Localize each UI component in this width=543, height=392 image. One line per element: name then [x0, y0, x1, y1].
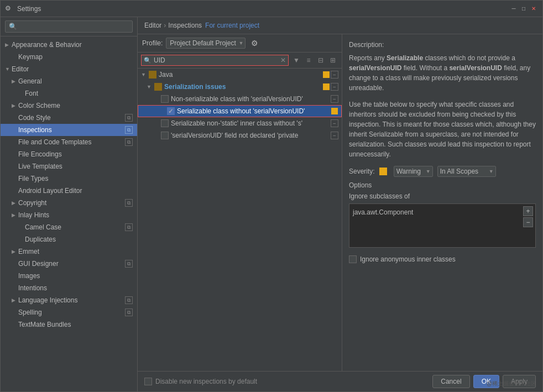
content-area: ▶ Appearance & Behavior Keymap ▼ Editor …: [1, 17, 542, 391]
sidebar-search-input[interactable]: [5, 20, 133, 33]
disable-label: Disable new inspections by default: [155, 378, 257, 385]
not-declared-checkbox[interactable]: [161, 132, 169, 139]
window-controls: ─ □ ✕: [509, 4, 538, 13]
badge-icon: ⧉: [125, 223, 133, 231]
toggle-view-button[interactable]: ⊞: [327, 55, 338, 66]
severity-select[interactable]: Warning Error Info: [394, 166, 433, 177]
sidebar-item-emmet[interactable]: ▶ Emmet: [1, 245, 137, 258]
severity-select-wrapper: Warning Error Info ▼: [394, 166, 433, 177]
insp-item-not-declared[interactable]: 'serialVersionUID' field not declared 'p…: [138, 129, 342, 142]
insp-item-non-serializable[interactable]: Non-serializable class with 'serialVersi…: [138, 93, 342, 105]
sidebar-item-keymap[interactable]: Keymap: [1, 51, 137, 63]
sidebar: ▶ Appearance & Behavior Keymap ▼ Editor …: [1, 17, 138, 391]
disable-checkbox[interactable]: [144, 378, 152, 385]
sidebar-item-file-code-templates[interactable]: File and Code Templates ⧉: [1, 136, 137, 148]
profile-label: Profile:: [142, 39, 163, 47]
sidebar-item-font[interactable]: Font: [1, 87, 137, 100]
main-body: Profile: Project Default Project Default…: [138, 34, 542, 371]
project-link[interactable]: For current project: [205, 22, 259, 29]
sidebar-item-camel-case[interactable]: Camel Case ⧉: [1, 221, 137, 233]
sidebar-item-inlay-hints[interactable]: ▶ Inlay Hints: [1, 209, 137, 221]
scope-select[interactable]: In All Scopes In Project Files: [437, 166, 496, 177]
bottom-bar: Disable new inspections by default Cance…: [138, 371, 542, 391]
sidebar-item-appearance[interactable]: ▶ Appearance & Behavior: [1, 39, 137, 51]
java-minus-button[interactable]: −: [331, 71, 338, 79]
disable-checkbox-area: Disable new inspections by default: [144, 378, 257, 385]
sidebar-item-android-layout[interactable]: Android Layout Editor: [1, 185, 137, 197]
insp-item-non-static[interactable]: Serializable non-'static' inner class wi…: [138, 117, 342, 129]
search-input-wrapper: 🔍 ✕: [141, 55, 289, 66]
class-list-item: java.awt.Component: [353, 207, 532, 217]
sidebar-item-general[interactable]: ▶ General: [1, 75, 137, 87]
serializable-without-checkbox[interactable]: ✓: [167, 107, 175, 115]
class-list-actions: + −: [523, 206, 533, 227]
sidebar-item-images[interactable]: Images: [1, 270, 137, 282]
description-panel: Description: Reports any Serializable cl…: [342, 34, 542, 371]
serialization-minus-button[interactable]: −: [331, 83, 338, 91]
severity-color-indicator: [379, 168, 387, 175]
cancel-button[interactable]: Cancel: [432, 375, 469, 388]
sidebar-item-textmate-bundles[interactable]: TextMate Bundles: [1, 318, 137, 331]
non-static-minus-button[interactable]: −: [331, 119, 338, 127]
insp-item-serializable-without[interactable]: ✓ Serializable class without 'serialVers…: [138, 105, 342, 117]
arrow-down-icon: ▼: [147, 84, 154, 90]
settings-window: ⚙ Settings ─ □ ✕ ▶ Appearance & Behavior…: [0, 0, 543, 392]
not-declared-minus-button[interactable]: −: [331, 132, 338, 139]
sidebar-item-code-style[interactable]: Code Style ⧉: [1, 112, 137, 124]
search-input[interactable]: [154, 56, 278, 64]
breadcrumb-editor: Editor: [144, 22, 161, 29]
sidebar-item-language-injections[interactable]: ▶ Language Injections ⧉: [1, 294, 137, 306]
close-button[interactable]: ✕: [529, 4, 538, 13]
java-checkbox[interactable]: [149, 71, 156, 79]
non-static-checkbox[interactable]: [161, 119, 169, 127]
profile-select[interactable]: Project Default Project Default: [166, 38, 246, 49]
ignore-subclasses-label: Ignore subclasses of: [349, 192, 536, 200]
badge-icon: ⧉: [125, 260, 133, 268]
sidebar-item-color-scheme[interactable]: ▶ Color Scheme: [1, 100, 137, 112]
window-icon: ⚙: [5, 4, 14, 13]
search-clear-button[interactable]: ✕: [280, 56, 286, 64]
sidebar-item-gui-designer[interactable]: GUI Designer ⧉: [1, 258, 137, 270]
insp-group-serialization[interactable]: ▼ Serialization issues −: [138, 81, 342, 93]
serialization-checkbox[interactable]: [154, 83, 162, 91]
filter-button[interactable]: ▼: [291, 55, 302, 66]
arrow-icon: ▶: [12, 200, 18, 206]
sidebar-item-editor[interactable]: ▼ Editor: [1, 63, 137, 75]
arrow-icon: ▶: [12, 212, 18, 218]
sidebar-item-live-templates[interactable]: Live Templates: [1, 160, 137, 173]
sidebar-item-file-encodings[interactable]: File Encodings: [1, 148, 137, 160]
expand-all-button[interactable]: ≡: [303, 55, 314, 66]
collapse-all-button[interactable]: ⊟: [315, 55, 326, 66]
sidebar-item-copyright[interactable]: ▶ Copyright ⧉: [1, 197, 137, 209]
java-color-indicator: [323, 71, 330, 78]
badge-icon: ⧉: [125, 309, 133, 316]
profile-gear-button[interactable]: ⚙: [249, 38, 260, 49]
sidebar-item-intentions[interactable]: Intentions: [1, 282, 137, 294]
insp-group-java[interactable]: ▼ Java −: [138, 69, 342, 81]
ignore-anon-row: Ignore anonymous inner classes: [349, 255, 536, 263]
ignore-anon-checkbox[interactable]: [349, 255, 357, 263]
search-actions: ▼ ≡ ⊟ ⊞: [291, 55, 338, 66]
sidebar-item-file-types[interactable]: File Types: [1, 173, 137, 185]
badge-icon: ⧉: [125, 126, 133, 134]
remove-class-button[interactable]: −: [523, 217, 533, 227]
sidebar-item-inspections[interactable]: Inspections ⧉: [1, 124, 137, 136]
sidebar-tree: ▶ Appearance & Behavior Keymap ▼ Editor …: [1, 36, 137, 391]
minimize-button[interactable]: ─: [509, 4, 518, 13]
badge-icon: ⧉: [125, 296, 133, 304]
sidebar-item-duplicates[interactable]: Duplicates: [1, 233, 137, 245]
profile-bar: Profile: Project Default Project Default…: [138, 34, 342, 53]
arrow-icon: ▶: [12, 79, 18, 84]
non-serializable-checkbox[interactable]: [161, 95, 169, 103]
sidebar-search-area: [1, 17, 137, 36]
maximize-button[interactable]: □: [519, 4, 528, 13]
non-serializable-minus-button[interactable]: −: [331, 95, 338, 103]
arrow-icon: ▼: [5, 66, 12, 72]
main-panel: Editor › Inspections For current project…: [138, 17, 542, 391]
add-class-button[interactable]: +: [523, 206, 533, 216]
main-header: Editor › Inspections For current project: [138, 17, 542, 34]
description-text-2: Use the table below to specify what spec…: [349, 100, 536, 159]
sidebar-item-spelling[interactable]: Spelling ⧉: [1, 306, 137, 318]
breadcrumb: Editor › Inspections: [144, 22, 202, 29]
severity-label: Severity:: [349, 168, 375, 175]
